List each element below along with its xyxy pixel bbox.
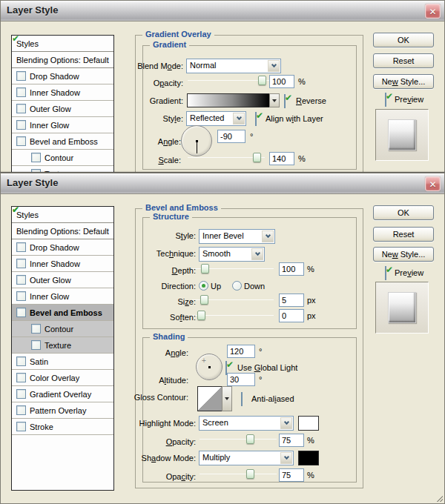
shadow-opacity-slider[interactable] <box>200 469 277 480</box>
align-with-layer-checkbox[interactable] <box>255 112 257 126</box>
effect-checkbox[interactable] <box>16 71 26 81</box>
angle-dial[interactable] <box>181 125 212 156</box>
gloss-contour-thumbnail[interactable] <box>197 386 222 411</box>
effect-checkbox[interactable] <box>31 153 41 162</box>
effect-checkbox[interactable] <box>16 136 26 146</box>
technique-select[interactable]: Smooth <box>199 247 265 262</box>
depth-input[interactable] <box>279 262 304 276</box>
preview-checkbox[interactable] <box>385 266 386 280</box>
effect-checkbox[interactable] <box>16 308 26 317</box>
sidebar-item[interactable]: Inner Shadow <box>12 256 113 272</box>
effect-checkbox[interactable] <box>16 242 26 252</box>
sidebar-item[interactable]: Drop Shadow <box>12 239 113 256</box>
bevel-style-select[interactable]: Inner Bevel <box>199 229 275 244</box>
preview-label[interactable]: Preview <box>395 95 423 104</box>
shadow-mode-select[interactable]: Multiply <box>199 451 294 465</box>
sidebar-item-styles[interactable]: Styles <box>12 207 113 223</box>
effect-checkbox[interactable] <box>16 291 26 301</box>
anti-aliased-label[interactable]: Anti-aliased <box>251 394 294 403</box>
ok-button[interactable]: OK <box>373 205 434 220</box>
sidebar-item[interactable]: Texture <box>12 337 113 354</box>
effect-checkbox[interactable] <box>16 120 26 130</box>
slider-thumb[interactable] <box>258 76 266 85</box>
direction-down-label[interactable]: Down <box>244 282 265 291</box>
effect-checkbox[interactable] <box>16 405 26 415</box>
slider-thumb[interactable] <box>253 153 261 162</box>
effect-checkbox[interactable] <box>31 340 41 350</box>
slider-thumb[interactable] <box>197 311 205 320</box>
size-slider[interactable] <box>192 295 274 305</box>
chevron-down-icon[interactable] <box>280 417 292 429</box>
effect-checkbox[interactable] <box>16 357 26 366</box>
shadow-opacity-input[interactable] <box>279 468 304 482</box>
slider-thumb[interactable] <box>201 264 209 273</box>
sidebar-item[interactable]: Contour <box>12 150 113 166</box>
blend-mode-select[interactable]: Normal <box>186 59 281 73</box>
chevron-down-icon[interactable] <box>268 60 280 72</box>
effect-checkbox[interactable] <box>31 324 41 334</box>
altitude-input[interactable] <box>227 373 255 386</box>
sidebar-item[interactable]: Color Overlay <box>12 370 113 386</box>
reverse-label[interactable]: Reverse <box>296 96 326 105</box>
sidebar-item[interactable]: Gradient Overlay <box>12 386 113 402</box>
align-with-layer-label[interactable]: Align with Layer <box>266 114 323 123</box>
sidebar-item-styles[interactable]: Styles <box>12 36 113 52</box>
sidebar-item[interactable]: Bevel and Emboss <box>12 305 113 321</box>
sidebar-item-blending-options[interactable]: Blending Options: Default <box>12 52 113 68</box>
opacity-slider[interactable] <box>188 76 269 86</box>
gradient-picker-button[interactable] <box>269 93 280 107</box>
sidebar-item[interactable]: Drop Shadow <box>12 68 113 84</box>
style-select[interactable]: Reflected <box>186 111 246 126</box>
new-style-button[interactable]: New Style... <box>373 74 434 89</box>
highlight-opacity-slider[interactable] <box>200 434 277 445</box>
soften-slider[interactable] <box>192 311 274 321</box>
size-input[interactable] <box>279 294 304 307</box>
preview-checkbox[interactable] <box>385 93 386 107</box>
sidebar-item[interactable]: Inner Glow <box>12 117 113 133</box>
use-global-light-label[interactable]: Use Global Light <box>237 363 297 372</box>
gloss-contour-picker-button[interactable] <box>222 386 232 411</box>
sidebar-item[interactable]: Satin <box>12 354 113 370</box>
effect-checkbox[interactable] <box>16 275 26 285</box>
gradient-preview[interactable] <box>187 93 270 107</box>
chevron-down-icon[interactable] <box>251 248 263 260</box>
shadow-color-swatch[interactable] <box>298 451 319 465</box>
preview-label[interactable]: Preview <box>395 268 423 277</box>
angle-altitude-dial[interactable] <box>196 354 222 380</box>
sidebar-item[interactable]: Contour <box>12 321 113 337</box>
highlight-color-swatch[interactable] <box>298 416 319 431</box>
effect-checkbox[interactable] <box>16 104 26 113</box>
effect-checkbox[interactable] <box>16 373 26 382</box>
close-button[interactable]: ✕ <box>425 176 441 191</box>
highlight-opacity-input[interactable] <box>279 434 304 447</box>
ok-button[interactable]: OK <box>373 33 434 47</box>
sidebar-item[interactable]: Inner Glow <box>12 288 113 305</box>
reset-button[interactable]: Reset <box>373 227 434 242</box>
chevron-down-icon[interactable] <box>233 113 245 125</box>
angle-input[interactable] <box>227 345 255 358</box>
sidebar-item[interactable]: Bevel and Emboss <box>12 133 113 150</box>
reset-button[interactable]: Reset <box>373 53 434 68</box>
chevron-down-icon[interactable] <box>280 452 292 464</box>
direction-up-radio[interactable] <box>199 281 208 291</box>
opacity-input[interactable] <box>269 75 294 88</box>
scale-slider[interactable] <box>188 153 265 163</box>
scale-input[interactable] <box>269 152 294 165</box>
soften-input[interactable] <box>279 309 304 322</box>
sidebar-item[interactable]: Inner Shadow <box>12 84 113 101</box>
close-button[interactable]: ✕ <box>425 4 441 19</box>
sidebar-item[interactable]: Outer Glow <box>12 101 113 117</box>
title-bar[interactable]: Layer Style ✕ <box>1 173 444 194</box>
chevron-down-icon[interactable] <box>262 231 274 242</box>
anti-aliased-checkbox[interactable] <box>241 392 243 406</box>
sidebar-item[interactable]: Pattern Overlay <box>12 402 113 419</box>
slider-thumb[interactable] <box>246 469 254 479</box>
sidebar-item[interactable]: Texture <box>12 166 113 173</box>
effect-checkbox[interactable] <box>16 422 26 431</box>
resize-grip[interactable] <box>437 496 443 502</box>
sidebar-item-blending-options[interactable]: Blending Options: Default <box>12 223 113 239</box>
direction-up-label[interactable]: Up <box>211 282 221 291</box>
slider-thumb[interactable] <box>200 295 208 305</box>
effect-checkbox[interactable] <box>16 259 26 268</box>
sidebar-item[interactable]: Outer Glow <box>12 272 113 288</box>
